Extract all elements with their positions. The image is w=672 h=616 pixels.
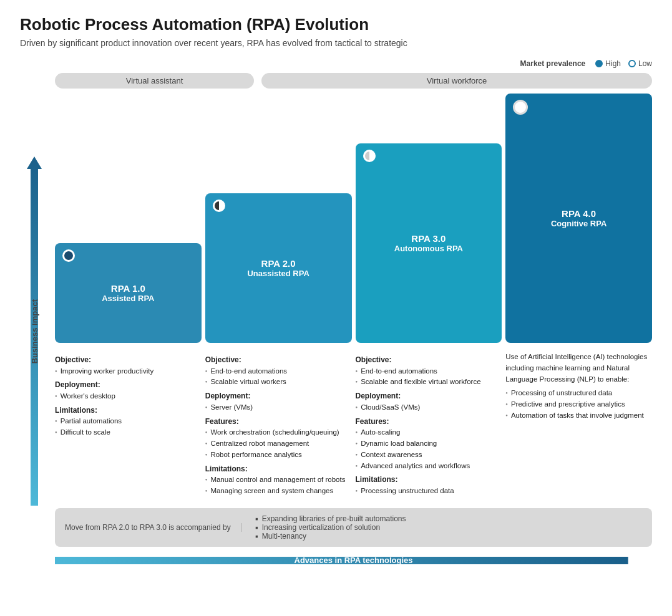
rpa2-dep-1: Server (VMs) — [205, 402, 352, 413]
rpa4-name: RPA 4.0 — [562, 208, 596, 219]
rpa1-lim-2: Difficult to scale — [55, 427, 202, 438]
rpa1-box-col: RPA 1.0 Assisted RPA — [55, 243, 202, 343]
rpa1-dep-1: Worker's desktop — [55, 391, 202, 402]
rpa3-box: RPA 3.0 Autonomous RPA — [356, 143, 502, 343]
rpa3-feat-2: Dynamic load balancing — [356, 438, 502, 450]
transition-box: Move from RPA 2.0 to RPA 3.0 is accompan… — [55, 508, 652, 547]
rpa3-feat-4: Advanced analytics and workflows — [356, 461, 502, 472]
rpa4-bullet-1: Processing of unstructured data — [505, 388, 652, 399]
rpa4-box-col: RPA 4.0 Cognitive RPA — [505, 94, 652, 343]
rpa2-obj-1: End-to-end automations — [205, 366, 352, 377]
rpa2-details: Objective: End-to-end automations Scalab… — [205, 352, 352, 497]
rpa3-lim-1: Processing unstructured data — [356, 486, 502, 497]
rpa1-lim-1: Partial automations — [55, 416, 202, 427]
rpa3-dot — [363, 150, 376, 162]
rpa3-name: RPA 3.0 — [411, 233, 446, 244]
rpa4-details: Use of Artificial Intelligence (AI) tech… — [505, 352, 652, 497]
rpa4-description: Use of Artificial Intelligence (AI) tech… — [505, 352, 652, 385]
rpa4-dot — [513, 100, 528, 115]
rpa3-obj-2: Scalable and flexible virtual workforce — [356, 377, 502, 388]
rpa1-name: RPA 1.0 — [111, 283, 145, 294]
transition-left-text: Move from RPA 2.0 to RPA 3.0 is accompan… — [65, 523, 241, 532]
rpa4-box: RPA 4.0 Cognitive RPA — [505, 94, 652, 343]
rpa4-bullet-2: Predictive and prescriptive analytics — [505, 399, 652, 410]
rpa1-obj-1: Improving worker productivity — [55, 366, 202, 377]
page-title: Robotic Process Automation (RPA) Evoluti… — [20, 15, 652, 34]
rpa1-dep-title: Deployment: — [55, 379, 202, 391]
rpa-boxes-row: RPA 1.0 Assisted RPA RPA 2.0 Unassisted … — [55, 94, 652, 343]
rpa1-box: RPA 1.0 Assisted RPA — [55, 243, 202, 343]
rpa3-subtitle: Autonomous RPA — [394, 244, 463, 253]
rpa3-dep-title: Deployment: — [356, 390, 502, 402]
rpa2-feat-3: Robot performance analytics — [205, 450, 352, 461]
rpa2-subtitle: Unassisted RPA — [247, 269, 309, 278]
rpa2-feat-1: Work orchestration (scheduling/queuing) — [205, 427, 352, 438]
rpa2-lim-2: Managing screen and system changes — [205, 486, 352, 497]
legend-title: Market prevalence — [520, 59, 586, 68]
rpa1-lim-title: Limitations: — [55, 405, 202, 416]
rpa2-lim-title: Limitations: — [205, 463, 352, 475]
category-virtual-workforce: Virtual workforce — [261, 73, 652, 89]
category-virtual-assistant: Virtual assistant — [55, 73, 254, 89]
rpa3-dep-1: Cloud/SaaS (VMs) — [356, 402, 502, 413]
transition-item-2: Increasing verticalization of solution — [254, 523, 406, 532]
rpa1-subtitle: Assisted RPA — [102, 294, 154, 303]
rpa3-details: Objective: End-to-end automations Scalab… — [356, 352, 502, 497]
main-content: RPA 1.0 Assisted RPA RPA 2.0 Unassisted … — [55, 94, 652, 569]
rpa1-details: Objective: Improving worker productivity… — [55, 352, 202, 497]
page-subtitle: Driven by significant product innovation… — [20, 38, 652, 48]
rpa2-lim-1: Manual control and management of robots — [205, 474, 352, 486]
rpa4-bullet-3: Automation of tasks that involve judgmen… — [505, 410, 652, 421]
rpa3-feat-3: Context awareness — [356, 450, 502, 461]
legend: Market prevalence High Low — [20, 59, 652, 68]
x-axis-label: Advances in RPA technologies — [55, 552, 652, 569]
x-axis-area: Advances in RPA technologies — [55, 552, 652, 569]
y-axis-label: Business impact — [30, 299, 39, 363]
rpa2-dot — [213, 200, 225, 212]
rpa2-obj-2: Scalable virtual workers — [205, 377, 352, 388]
rpa3-feat-1: Auto-scaling — [356, 427, 502, 438]
rpa3-feat-title: Features: — [356, 416, 502, 428]
rpa2-name: RPA 2.0 — [261, 258, 296, 269]
rpa4-subtitle: Cognitive RPA — [551, 219, 606, 228]
legend-high-dot — [595, 60, 603, 67]
rpa2-obj-title: Objective: — [205, 354, 352, 366]
rpa3-obj-title: Objective: — [356, 354, 502, 366]
rpa2-box-col: RPA 2.0 Unassisted RPA — [205, 193, 352, 343]
rpa3-box-col: RPA 3.0 Autonomous RPA — [356, 143, 502, 343]
chart-area: Business impact RPA 1.0 Assisted RPA RPA… — [20, 94, 652, 569]
legend-low-label: Low — [638, 59, 652, 68]
rpa2-feat-2: Centralized robot management — [205, 438, 352, 450]
transition-item-1: Expanding libraries of pre-built automat… — [254, 514, 406, 523]
rpa2-feat-title: Features: — [205, 416, 352, 428]
rpa2-box: RPA 2.0 Unassisted RPA — [205, 193, 352, 343]
rpa2-dep-title: Deployment: — [205, 390, 352, 402]
rpa3-lim-title: Limitations: — [356, 474, 502, 486]
transition-right-items: Expanding libraries of pre-built automat… — [254, 514, 406, 541]
legend-high-label: High — [605, 59, 621, 68]
rpa3-obj-1: End-to-end automations — [356, 366, 502, 377]
legend-low-dot — [628, 60, 636, 67]
rpa1-dot — [62, 249, 75, 262]
details-row: Objective: Improving worker productivity… — [55, 348, 652, 497]
transition-item-3: Multi-tenancy — [254, 532, 406, 541]
rpa1-obj-title: Objective: — [55, 354, 202, 366]
y-axis: Business impact — [20, 94, 49, 569]
